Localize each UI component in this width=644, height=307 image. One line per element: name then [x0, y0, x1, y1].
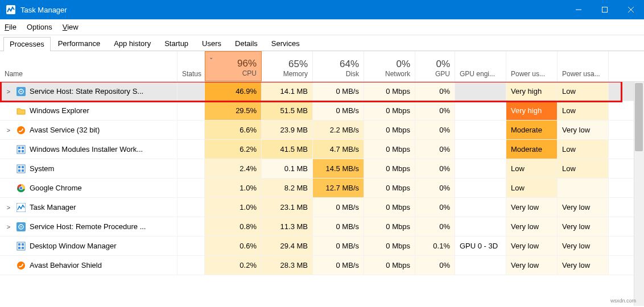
- cell-gpu: 0%: [415, 217, 455, 236]
- svg-rect-13: [22, 150, 24, 152]
- expand-chevron-icon[interactable]: >: [5, 127, 13, 134]
- tab-app-history[interactable]: App history: [108, 36, 157, 51]
- process-row[interactable]: >Service Host: State Repository S...46.9…: [0, 82, 644, 101]
- cell-status: [177, 82, 205, 101]
- header-status[interactable]: Status: [177, 51, 205, 81]
- cell-gpu: 0%: [415, 121, 455, 139]
- header-name[interactable]: Name: [0, 51, 177, 81]
- cell-cpu: 29.5%: [205, 101, 262, 120]
- process-name: Avast Behavior Shield: [30, 261, 102, 269]
- process-row[interactable]: >Task Manager1.0%23.1 MB0 MB/s0 Mbps0%Ve…: [0, 198, 644, 217]
- close-button[interactable]: [618, 0, 644, 19]
- header-cpu[interactable]: ⌄ 96% CPU: [205, 51, 262, 81]
- process-row[interactable]: System2.4%0.1 MB14.5 MB/s0 Mbps0%LowLow: [0, 159, 644, 179]
- header-gpu[interactable]: 0%GPU: [415, 51, 455, 81]
- svg-rect-31: [18, 247, 20, 249]
- svg-rect-29: [18, 243, 20, 246]
- svg-rect-17: [18, 169, 20, 172]
- svg-point-23: [20, 186, 23, 189]
- cell-memory: 28.3 MB: [262, 256, 313, 275]
- cell-gpu: 0.1%: [415, 237, 455, 255]
- cell-gpu-engine: [455, 82, 506, 101]
- svg-rect-30: [22, 243, 24, 246]
- process-name: Google Chrome: [30, 184, 82, 192]
- minimize-button[interactable]: [565, 0, 592, 19]
- cell-disk: 0 MB/s: [313, 101, 364, 120]
- tab-details[interactable]: Details: [229, 36, 264, 51]
- cell-name: >Avast Service (32 bit): [0, 121, 177, 139]
- cell-disk: 0 MB/s: [313, 256, 364, 275]
- process-name: Task Manager: [30, 203, 76, 211]
- cell-status: [177, 179, 205, 197]
- cell-gpu-engine: [455, 121, 506, 139]
- cell-network: 0 Mbps: [364, 256, 415, 275]
- process-name: System: [30, 164, 54, 173]
- process-row[interactable]: Desktop Window Manager0.6%29.4 MB0 MB/s0…: [0, 237, 644, 256]
- tab-processes[interactable]: Processes: [3, 37, 51, 51]
- cell-power-usage: Very low: [506, 217, 558, 236]
- tab-performance[interactable]: Performance: [52, 36, 106, 51]
- cell-disk: 12.7 MB/s: [313, 179, 364, 197]
- header-power-usage-trend[interactable]: Power usa...: [558, 51, 609, 81]
- cell-network: 0 Mbps: [364, 82, 415, 101]
- svg-rect-18: [22, 169, 24, 172]
- win-icon: [16, 144, 26, 155]
- cell-disk: 2.2 MB/s: [313, 121, 364, 139]
- win-icon: [16, 164, 26, 174]
- svg-point-8: [17, 126, 25, 134]
- avast-icon: [16, 125, 26, 135]
- tab-users[interactable]: Users: [196, 36, 228, 51]
- svg-point-33: [17, 262, 25, 269]
- scrollbar-thumb[interactable]: [635, 83, 643, 151]
- cell-network: 0 Mbps: [364, 101, 415, 120]
- cell-power-usage: Very high: [506, 82, 558, 101]
- header-power-usage[interactable]: Power us...: [506, 51, 558, 81]
- process-row[interactable]: >Avast Service (32 bit)6.6%23.9 MB2.2 MB…: [0, 121, 644, 140]
- header-gpu-engine[interactable]: GPU engi...: [455, 51, 506, 81]
- cell-power-usage-trend: Very low: [558, 121, 609, 139]
- cell-status: [177, 140, 205, 159]
- cell-gpu: 0%: [415, 198, 455, 217]
- header-disk[interactable]: 64%Disk: [313, 51, 364, 81]
- expand-chevron-icon[interactable]: >: [5, 88, 13, 95]
- cell-power-usage-trend: [558, 179, 609, 197]
- process-name: Avast Service (32 bit): [30, 126, 100, 134]
- process-row[interactable]: Google Chrome1.0%8.2 MB12.7 MB/s0 Mbps0%…: [0, 179, 644, 198]
- cell-status: [177, 198, 205, 217]
- tab-startup[interactable]: Startup: [158, 36, 195, 51]
- cell-power-usage-trend: Low: [558, 82, 609, 101]
- cell-cpu: 0.6%: [205, 237, 262, 255]
- menu-file[interactable]: File: [5, 23, 16, 31]
- process-row[interactable]: >Service Host: Remote Procedure ...0.8%1…: [0, 217, 644, 237]
- menu-view[interactable]: View: [63, 23, 79, 31]
- cell-name: >Task Manager: [0, 198, 177, 217]
- menu-options[interactable]: Options: [27, 23, 52, 31]
- cell-gpu: 0%: [415, 179, 455, 197]
- process-row[interactable]: Avast Behavior Shield0.2%28.3 MB0 MB/s0 …: [0, 256, 644, 275]
- cell-power-usage-trend: Low: [558, 140, 609, 159]
- header-network[interactable]: 0%Network: [364, 51, 415, 81]
- cell-name: Avast Behavior Shield: [0, 256, 177, 275]
- cell-power-usage-trend: Very low: [558, 237, 609, 255]
- expand-chevron-icon[interactable]: >: [5, 204, 13, 211]
- cell-status: [177, 256, 205, 275]
- titlebar: Task Manager: [0, 0, 644, 19]
- maximize-button[interactable]: [592, 0, 618, 19]
- cell-gpu: 0%: [415, 82, 455, 101]
- cell-name: Google Chrome: [0, 179, 177, 197]
- cell-status: [177, 101, 205, 120]
- process-row[interactable]: Windows Modules Installer Work...6.2%41.…: [0, 140, 644, 159]
- cell-cpu: 1.0%: [205, 179, 262, 197]
- cell-status: [177, 121, 205, 139]
- scrollbar-track[interactable]: [634, 82, 644, 306]
- menubar: File Options View: [0, 19, 644, 35]
- tab-services[interactable]: Services: [265, 36, 306, 51]
- header-memory[interactable]: 65%Memory: [262, 51, 313, 81]
- expand-chevron-icon[interactable]: >: [5, 223, 13, 230]
- svg-point-27: [20, 226, 22, 227]
- cell-gpu-engine: [455, 140, 506, 159]
- process-row[interactable]: Windows Explorer29.5%51.5 MB0 MB/s0 Mbps…: [0, 101, 644, 121]
- cell-memory: 14.1 MB: [262, 82, 313, 101]
- cell-disk: 0 MB/s: [313, 217, 364, 236]
- cell-status: [177, 217, 205, 236]
